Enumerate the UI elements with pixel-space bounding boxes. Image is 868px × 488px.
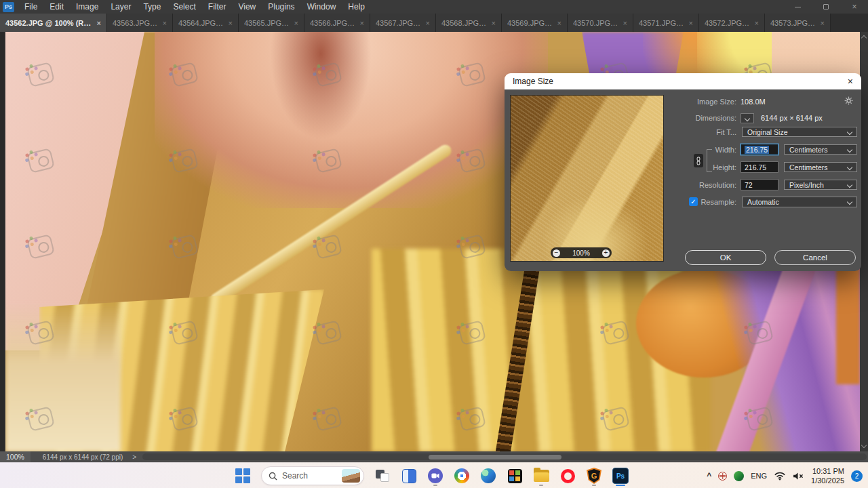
document-tab[interactable]: 43567.JPG @...× [370,14,436,32]
tab-close-icon[interactable]: × [821,19,825,27]
menu-edit[interactable]: Edit [43,0,70,14]
image-preview[interactable] [510,95,664,262]
taskbar-center: Search G Ps [235,463,629,488]
scrollbar-thumb[interactable] [429,455,561,460]
start-button[interactable] [235,466,251,486]
tab-close-icon[interactable]: × [360,19,364,27]
horizontal-scrollbar[interactable] [142,453,867,460]
menu-type[interactable]: Type [137,0,167,14]
zoom-in-icon[interactable]: + [602,249,610,257]
menu-window[interactable]: Window [301,0,342,14]
chat-button[interactable] [427,466,443,486]
language-indicator[interactable]: ENG [751,472,767,480]
watermark-icon [314,406,342,432]
ok-button[interactable]: OK [685,250,766,265]
photoshop-icon: Ps [612,468,629,484]
task-view-button[interactable] [374,466,391,486]
photoshop-taskbar-button[interactable]: Ps [612,466,629,486]
document-tab[interactable]: 43565.JPG @...× [239,14,304,32]
watermark-icon [170,234,199,260]
tab-close-icon[interactable]: × [755,19,759,27]
height-input[interactable]: 216.75 [741,161,778,173]
zoom-out-icon[interactable]: − [553,249,560,257]
download-manager-icon[interactable] [734,471,744,481]
menu-view[interactable]: View [232,0,262,14]
height-unit-select[interactable]: Centimeters [784,162,857,172]
cancel-button[interactable]: Cancel [774,250,856,265]
status-menu-arrow-icon[interactable]: > [132,453,136,461]
tab-close-icon[interactable]: × [689,19,693,27]
document-tab[interactable]: 43573.JPG @...× [765,14,831,32]
settings-gear-icon[interactable] [844,96,853,106]
tab-close-icon[interactable]: × [492,19,496,27]
document-tab[interactable]: 43563.JPG @...× [107,14,173,32]
tab-close-icon[interactable]: × [97,19,101,27]
watermark-icon [314,234,342,260]
document-tab[interactable]: 43568.JPG @...× [436,14,502,32]
close-window-button[interactable]: × [850,3,859,11]
resample-select[interactable]: Automatic [742,197,857,207]
tab-close-icon[interactable]: × [623,19,627,27]
watermark-icon [26,148,55,174]
tab-close-icon[interactable]: × [557,19,561,27]
menu-layer[interactable]: Layer [104,0,137,14]
scroll-down-icon[interactable] [861,443,867,448]
gigapixel-button[interactable]: G [586,466,602,486]
tab-close-icon[interactable]: × [426,19,430,27]
tab-label: 43563.JPG @... [113,19,159,27]
tab-close-icon[interactable]: × [294,19,298,27]
wifi-icon[interactable] [774,472,786,481]
widgets-button[interactable] [401,466,417,486]
resolution-unit-select[interactable]: Pixels/Inch [784,180,857,190]
width-unit-select[interactable]: Centimeters [784,144,857,155]
search-icon [269,472,277,481]
dialog-close-icon[interactable]: × [848,77,853,86]
resolution-input[interactable]: 72 [741,179,778,190]
document-tab[interactable]: 43572.JPG @...× [699,14,765,32]
document-info: 6144 px x 6144 px (72 ppi) [43,453,123,461]
menu-file[interactable]: File [18,0,43,14]
dialog-title-bar[interactable]: Image Size × [505,73,861,89]
zoom-level[interactable]: 100% [0,451,31,462]
document-tab[interactable]: 43571.JPG @...× [633,14,699,32]
link-dimensions-icon[interactable] [694,154,703,167]
file-explorer-button[interactable] [533,466,549,486]
camera-app-button[interactable] [454,466,470,486]
tray-app-icon[interactable] [718,472,727,481]
tab-close-icon[interactable]: × [229,19,233,27]
edge-button[interactable] [480,466,496,486]
height-unit-value: Centimeters [789,163,828,171]
document-tab-active[interactable]: 43562.JPG @ 100% (RGB/8#) × [0,14,107,32]
menu-plugins[interactable]: Plugins [262,0,300,14]
document-tab[interactable]: 43569.JPG @...× [502,14,568,32]
resample-checkbox[interactable]: ✓ [689,197,698,206]
maximize-button[interactable] [822,3,830,11]
tab-label: 43569.JPG @... [507,19,553,27]
search-input[interactable]: Search [261,466,364,485]
menu-help[interactable]: Help [342,0,371,14]
document-tab[interactable]: 43570.JPG @...× [568,14,633,32]
watermark-icon [601,320,630,346]
tab-close-icon[interactable]: × [163,19,167,27]
volume-muted-icon[interactable] [793,472,804,481]
window-controls: × [793,3,868,11]
minimize-button[interactable] [793,3,802,11]
opera-button[interactable] [559,466,576,486]
microsoft-store-button[interactable] [507,466,523,486]
menu-filter[interactable]: Filter [202,0,233,14]
menu-select[interactable]: Select [167,0,201,14]
fit-to-select[interactable]: Original Size [742,127,857,137]
document-tab[interactable]: 43564.JPG @...× [173,14,239,32]
scroll-up-icon[interactable] [861,35,867,41]
width-input[interactable]: 216.75 [741,144,778,155]
image-size-label: Image Size: [697,98,736,106]
chat-icon [428,468,443,483]
clock[interactable]: 10:31 PM 1/30/2025 [811,466,844,486]
photoshop-logo-icon: Ps [3,2,14,12]
tray-expand-icon[interactable]: ^ [707,471,711,481]
notification-badge[interactable]: 2 [851,470,863,482]
document-tab[interactable]: 43566.JPG @...× [304,14,370,32]
menu-image[interactable]: Image [70,0,104,14]
watermark-icon [170,406,199,432]
dimensions-dropdown[interactable] [741,113,754,123]
